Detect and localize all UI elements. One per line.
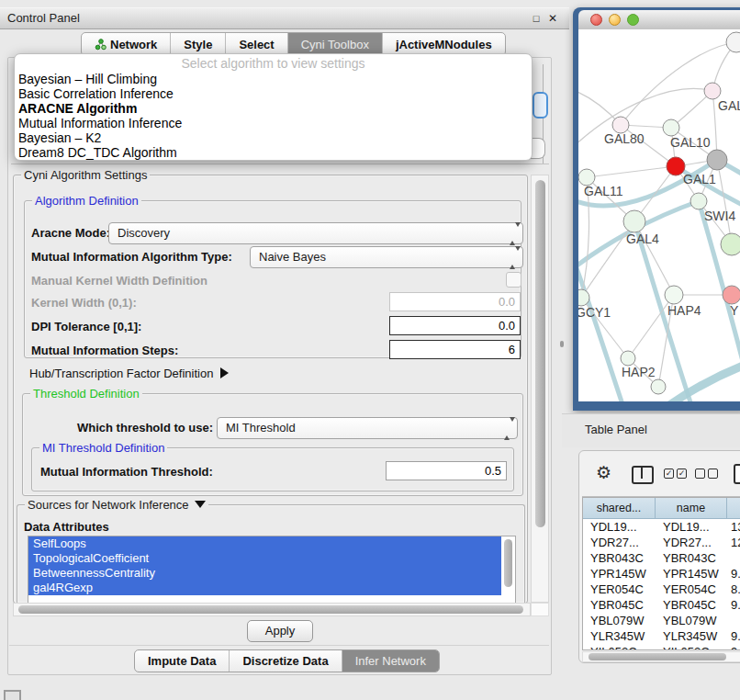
select-all-icon[interactable]: ✓✓ — [664, 469, 687, 479]
network-node[interactable] — [721, 233, 740, 255]
network-node-y[interactable] — [723, 286, 740, 304]
list-scrollbar[interactable] — [502, 537, 514, 602]
combo-arrows-icon — [510, 251, 516, 265]
network-node-gal[interactable] — [704, 83, 721, 99]
tab-style[interactable]: Style — [171, 33, 226, 55]
close-icon[interactable]: ✕ — [545, 8, 560, 28]
data-attribute-betweennesscentrality[interactable]: BetweennessCentrality — [28, 566, 501, 581]
manual-kernel-width-label: Manual Kernel Width Definition — [31, 274, 207, 288]
algorithm-option-basic-correlation-inference[interactable]: Basic Correlation Inference — [18, 86, 528, 101]
algorithm-popup-placeholder: Select algorithm to view settings — [15, 56, 532, 71]
bottom-tab-discretize-data[interactable]: Discretize Data — [230, 650, 342, 672]
table-horizontal-scrollbar[interactable] — [582, 651, 740, 662]
table-panel-title: Table Panel — [585, 414, 647, 446]
network-node[interactable] — [726, 32, 740, 52]
algorithm-option-bayesian-hill-climbing[interactable]: Bayesian – Hill Climbing — [18, 72, 528, 86]
close-traffic-light[interactable] — [590, 14, 602, 26]
network-edge — [699, 201, 740, 365]
kernel-width-input[interactable] — [389, 292, 521, 311]
mi-threshold-input[interactable] — [386, 461, 507, 480]
network-node-hap4[interactable] — [665, 286, 683, 304]
manual-kernel-width-checkbox[interactable] — [506, 272, 521, 288]
data-attribute-selfloops[interactable]: SelfLoops — [28, 536, 501, 551]
tab-jactivemnodules[interactable]: jActiveMNodules — [383, 33, 505, 55]
mi-algorithm-type-combobox[interactable]: Naive Bayes — [250, 246, 523, 268]
table-cell: YIL052C — [656, 644, 727, 650]
tab-select[interactable]: Select — [226, 33, 287, 55]
network-node[interactable] — [707, 150, 727, 170]
aracne-mode-combobox[interactable]: Discovery — [108, 222, 523, 244]
table-cell: YER054C — [583, 581, 656, 597]
table-row[interactable]: YPR145WYPR145W9. — [583, 566, 740, 581]
table-icon[interactable] — [734, 464, 740, 484]
network-node[interactable] — [651, 379, 666, 394]
bottom-tab-impute-data[interactable]: Impute Data — [135, 650, 230, 672]
network-node-hap2[interactable] — [621, 351, 635, 366]
dpi-tolerance-label: DPI Tolerance [0,1]: — [31, 320, 141, 333]
sources-title: Sources for Network Inference — [25, 498, 208, 512]
combo-arrows-icon — [504, 422, 510, 435]
panel-divider-handle[interactable] — [560, 341, 564, 347]
column-header-name[interactable]: name — [656, 498, 727, 519]
algorithm-option-mutual-information-inference[interactable]: Mutual Information Inference — [18, 116, 528, 130]
algorithm-option-bayesian-k2[interactable]: Bayesian – K2 — [18, 130, 528, 145]
table-cell: 9. — [727, 566, 740, 581]
gear-icon[interactable]: ⚙ — [596, 462, 611, 484]
table-row[interactable]: YBL079WYBL079W — [583, 613, 740, 628]
mi-steps-input[interactable] — [389, 340, 521, 359]
which-threshold-combobox[interactable]: MI Threshold — [217, 417, 518, 439]
tab-network[interactable]: Network — [82, 33, 171, 55]
float-window-icon[interactable]: □ — [529, 8, 544, 28]
kernel-width-label: Kernel Width (0,1): — [31, 296, 137, 310]
columns-icon[interactable] — [632, 466, 654, 484]
apply-button[interactable]: Apply — [247, 620, 313, 642]
table-cell: YBR043C — [656, 550, 727, 566]
table-row[interactable]: YER054CYER054C8. — [583, 581, 740, 597]
tab-cyni-toolbox[interactable]: Cyni Toolbox — [288, 33, 383, 55]
table-cell: YLR345W — [583, 628, 656, 644]
zoom-traffic-light[interactable] — [627, 14, 639, 26]
which-threshold-value: MI Threshold — [226, 418, 296, 438]
table-row[interactable]: YBR045CYBR045C9. — [583, 597, 740, 613]
network-icon — [95, 39, 107, 51]
table-cell: YDR27... — [583, 535, 656, 550]
hub-definition-expander[interactable]: Hub/Transcription Factor Definition — [29, 367, 229, 380]
deselect-all-icon[interactable] — [695, 469, 718, 479]
algorithm-list: Bayesian – Hill ClimbingBasic Correlatio… — [18, 72, 528, 160]
table-panel-header: Table Panel — [562, 413, 740, 447]
table-row[interactable]: YIL052CYIL052C9 — [583, 644, 740, 650]
table-row[interactable]: YLR345WYLR345W9. — [583, 628, 740, 644]
table-row[interactable]: YDR27...YDR27...12 — [583, 535, 740, 550]
algorithm-option-dream8-dc-tdc-algorithm[interactable]: Dream8 DC_TDC Algorithm — [18, 145, 528, 160]
cyni-settings-title: Cyni Algorithm Settings — [21, 168, 150, 182]
network-window-titlebar — [578, 10, 740, 30]
column-header-shared[interactable]: shared... — [583, 498, 656, 519]
node-label-gal11: GAL11 — [584, 184, 623, 198]
algorithm-option-aracne-algorithm[interactable]: ARACNE Algorithm — [18, 101, 528, 116]
which-threshold-label: Which threshold to use: — [77, 421, 213, 435]
minimized-panel-icon[interactable] — [4, 690, 21, 700]
network-node-gal10[interactable] — [663, 119, 679, 136]
obscured-group-bottom — [11, 164, 549, 164]
settings-vertical-scrollbar[interactable] — [531, 175, 549, 603]
table-cell: YDL19... — [583, 519, 656, 535]
minimize-traffic-light[interactable] — [609, 14, 621, 26]
data-attribute-topologicalcoefficient[interactable]: TopologicalCoefficient — [28, 551, 501, 566]
network-node-gal4[interactable] — [623, 210, 645, 232]
data-attribute-gal4rgexp[interactable]: gal4RGexp — [28, 581, 501, 595]
node-label-gal4: GAL4 — [626, 231, 659, 246]
bottom-tab-infer-network[interactable]: Infer Network — [342, 650, 439, 672]
table-row[interactable]: YDL19...YDL19...13 — [583, 519, 740, 535]
aracne-mode-value: Discovery — [118, 223, 170, 243]
settings-horizontal-scrollbar[interactable] — [13, 603, 531, 616]
control-panel-titlebar: Control Panel □ ✕ — [0, 7, 569, 29]
network-node-swi4[interactable] — [690, 193, 707, 209]
tab-label: Cyni Toolbox — [301, 38, 369, 51]
column-header-partial[interactable] — [727, 498, 740, 519]
table-cell: 13 — [727, 519, 740, 535]
dpi-tolerance-input[interactable] — [389, 316, 521, 335]
network-canvas[interactable]: GALGAL80GAL10GAL1GAL11SWI4GAL4GCY1HAP4YH… — [578, 29, 740, 401]
table-row[interactable]: YBR043CYBR043C — [583, 550, 740, 566]
network-node-gal1[interactable] — [667, 157, 685, 175]
table-cell — [727, 613, 740, 628]
